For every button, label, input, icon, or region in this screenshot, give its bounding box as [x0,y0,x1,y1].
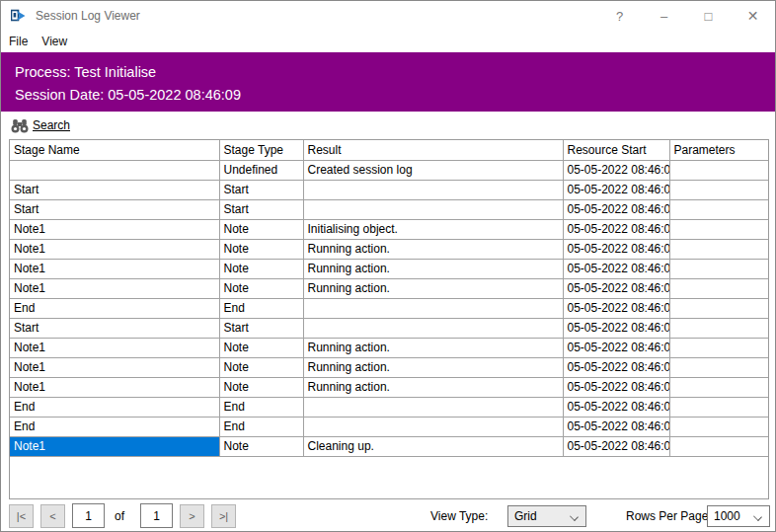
table-cell[interactable]: 05-05-2022 08:46:09 [563,180,669,199]
table-cell[interactable]: Note1 [10,239,219,259]
table-cell[interactable]: 05-05-2022 08:46:09 [563,259,669,278]
table-cell[interactable]: Note [219,278,303,298]
table-cell[interactable] [303,180,563,199]
table-cell[interactable]: Created session log [303,160,563,180]
table-cell[interactable]: End [219,397,303,417]
table-cell[interactable]: Note1 [10,278,219,298]
table-cell[interactable]: 05-05-2022 08:46:09 [563,338,669,357]
table-cell[interactable] [669,180,769,199]
table-cell[interactable]: Note [219,219,303,239]
table-cell[interactable]: 05-05-2022 08:46:09 [563,160,669,180]
table-cell[interactable] [669,436,769,456]
table-cell[interactable]: Start [219,180,303,199]
table-cell[interactable] [669,278,769,298]
table-cell[interactable]: Start [219,318,303,338]
col-header-result[interactable]: Result [303,140,563,160]
table-cell[interactable] [669,259,769,278]
table-cell[interactable] [669,377,769,397]
binoculars-icon [11,118,29,133]
table-cell[interactable]: 05-05-2022 08:46:09 [563,436,669,456]
table-cell[interactable] [303,417,563,436]
table-cell[interactable]: Note1 [10,436,219,456]
table-cell[interactable]: Note [219,338,303,357]
table-cell[interactable] [303,298,563,318]
table-cell[interactable]: 05-05-2022 08:46:09 [563,397,669,417]
table-cell[interactable]: Initialising object. [303,219,563,239]
table-cell[interactable]: Note1 [10,357,219,377]
table-cell[interactable]: 05-05-2022 08:46:09 [563,239,669,259]
table-cell[interactable]: Start [219,199,303,219]
help-button[interactable]: ? [597,1,642,31]
minimize-button[interactable]: – [642,1,686,31]
menu-bar: File View [1,31,775,52]
search-link[interactable]: Search [11,118,70,133]
table-cell[interactable]: Note [219,357,303,377]
table-cell[interactable]: Running action. [303,278,563,298]
table-cell[interactable]: Note [219,436,303,456]
table-cell[interactable]: Running action. [303,338,563,357]
table-cell[interactable]: Note [219,377,303,397]
table-cell[interactable]: Start [10,318,219,338]
total-pages-input[interactable] [140,503,173,528]
first-page-button[interactable]: |< [9,504,34,528]
table-cell[interactable] [669,357,769,377]
close-button[interactable]: ✕ [731,1,775,31]
table-cell[interactable] [303,397,563,417]
table-cell[interactable] [669,199,769,219]
table-row: StartStart05-05-2022 08:46:09 [10,180,769,199]
col-header-resource-start[interactable]: Resource Start [563,140,669,160]
table-cell[interactable]: Running action. [303,239,563,259]
table-cell[interactable] [669,298,769,318]
current-page-input[interactable] [72,503,105,528]
table-cell[interactable]: 05-05-2022 08:46:09 [563,357,669,377]
table-cell[interactable]: Running action. [303,357,563,377]
table-cell[interactable]: Start [10,180,219,199]
table-cell[interactable]: Note [219,239,303,259]
rows-per-page-select[interactable]: 1000 [707,505,770,527]
table-cell[interactable]: 05-05-2022 08:46:09 [563,318,669,338]
table-cell[interactable]: End [10,417,219,436]
col-header-stage-name[interactable]: Stage Name [10,140,219,160]
table-cell[interactable] [669,239,769,259]
table-cell[interactable]: End [10,298,219,318]
title-bar: Session Log Viewer ? – □ ✕ [1,1,775,31]
table-cell[interactable] [669,338,769,357]
maximize-button[interactable]: □ [686,1,731,31]
table-cell[interactable] [669,397,769,417]
menu-view[interactable]: View [41,32,76,52]
table-cell[interactable]: Running action. [303,259,563,278]
last-page-button[interactable]: >| [211,504,236,528]
next-page-button[interactable]: > [180,504,204,528]
table-cell[interactable]: Note1 [10,219,219,239]
table-cell[interactable] [669,318,769,338]
col-header-parameters[interactable]: Parameters [669,140,769,160]
view-type-select[interactable]: Grid [507,505,586,527]
table-cell[interactable]: Undefined [219,160,303,180]
table-cell[interactable]: End [219,298,303,318]
table-cell[interactable] [303,199,563,219]
table-cell[interactable]: 05-05-2022 08:46:09 [563,219,669,239]
table-cell[interactable]: Cleaning up. [303,436,563,456]
prev-page-button[interactable]: < [40,504,65,528]
table-cell[interactable]: End [10,397,219,417]
table-cell[interactable]: 05-05-2022 08:46:09 [563,298,669,318]
table-cell[interactable] [669,219,769,239]
table-cell[interactable]: 05-05-2022 08:46:09 [563,278,669,298]
table-cell[interactable]: 05-05-2022 08:46:09 [563,417,669,436]
table-cell[interactable]: Note1 [10,259,219,278]
table-cell[interactable] [10,160,219,180]
menu-file[interactable]: File [9,32,37,52]
table-cell[interactable] [669,417,769,436]
table-cell[interactable] [669,160,769,180]
table-cell[interactable]: 05-05-2022 08:46:09 [563,199,669,219]
table-cell[interactable]: Start [10,199,219,219]
table-cell[interactable]: Running action. [303,377,563,397]
table-cell[interactable]: Note1 [10,338,219,357]
table-cell[interactable]: End [219,417,303,436]
search-row: Search [1,112,775,139]
table-cell[interactable]: 05-05-2022 08:46:09 [563,377,669,397]
col-header-stage-type[interactable]: Stage Type [219,140,303,160]
table-cell[interactable] [303,318,563,338]
table-cell[interactable]: Note1 [10,377,219,397]
table-cell[interactable]: Note [219,259,303,278]
